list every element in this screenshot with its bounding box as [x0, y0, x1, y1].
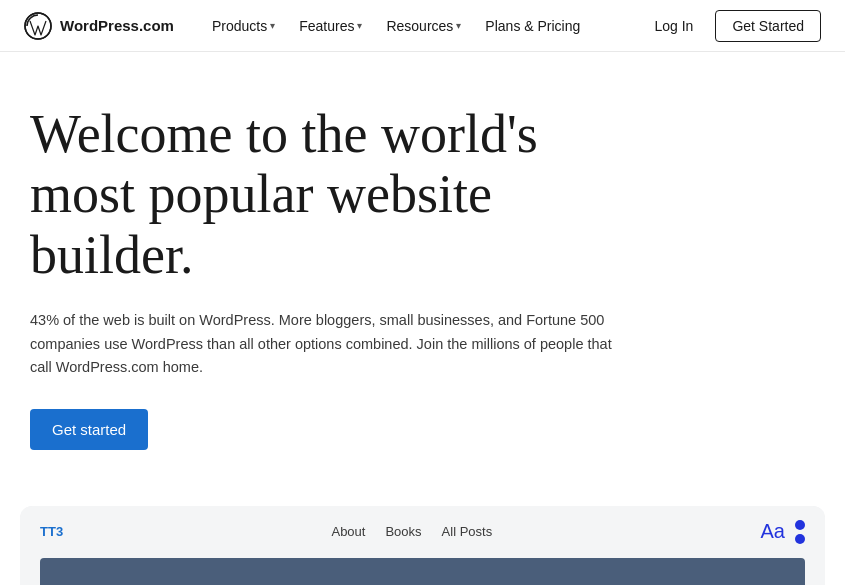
preview-toolbar: TT3 About Books All Posts Aa: [20, 506, 825, 558]
logo-text: WordPress.com: [60, 17, 174, 34]
nav-item-resources[interactable]: Resources ▾: [376, 12, 471, 40]
main-nav: WordPress.com Products ▾ Features ▾ Reso…: [0, 0, 845, 52]
nav-actions: Log In Get Started: [644, 10, 821, 42]
products-chevron-icon: ▾: [270, 20, 275, 31]
preview-dot-2: [795, 534, 805, 544]
login-button[interactable]: Log In: [644, 12, 703, 40]
preview-logo: TT3: [40, 524, 63, 539]
hero-title: Welcome to the world's most popular webs…: [30, 104, 590, 285]
nav-plans-label: Plans & Pricing: [485, 18, 580, 34]
hero-section: Welcome to the world's most popular webs…: [0, 52, 845, 486]
nav-item-features[interactable]: Features ▾: [289, 12, 372, 40]
preview-actions: Aa: [761, 520, 805, 544]
resources-chevron-icon: ▾: [456, 20, 461, 31]
get-started-hero-button[interactable]: Get started: [30, 409, 148, 450]
preview-dot-1: [795, 520, 805, 530]
nav-item-products[interactable]: Products ▾: [202, 12, 285, 40]
preview-about-link[interactable]: About: [331, 524, 365, 539]
wordpress-logo-icon: [24, 12, 52, 40]
preview-all-posts-link[interactable]: All Posts: [442, 524, 493, 539]
preview-dots: [795, 520, 805, 544]
logo[interactable]: WordPress.com: [24, 12, 174, 40]
nav-resources-label: Resources: [386, 18, 453, 34]
nav-item-plans-pricing[interactable]: Plans & Pricing: [475, 12, 590, 40]
nav-features-label: Features: [299, 18, 354, 34]
preview-card: TT3 About Books All Posts Aa: [20, 506, 825, 585]
features-chevron-icon: ▾: [357, 20, 362, 31]
nav-links: Products ▾ Features ▾ Resources ▾ Plans …: [202, 12, 645, 40]
nav-products-label: Products: [212, 18, 267, 34]
hero-subtitle: 43% of the web is built on WordPress. Mo…: [30, 309, 630, 379]
preview-image-bar: [40, 558, 805, 585]
preview-nav-links: About Books All Posts: [331, 524, 492, 539]
preview-aa-label[interactable]: Aa: [761, 520, 785, 543]
get-started-nav-button[interactable]: Get Started: [715, 10, 821, 42]
preview-books-link[interactable]: Books: [385, 524, 421, 539]
